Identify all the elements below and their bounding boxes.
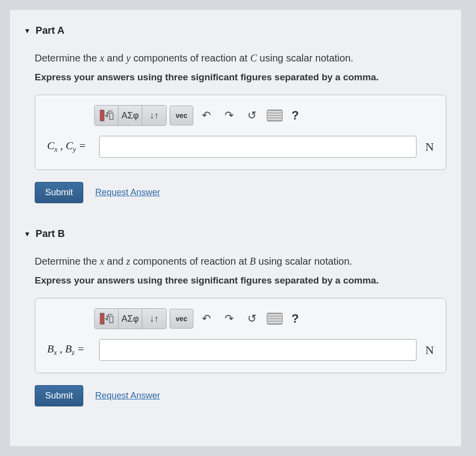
- toolbar: x ΑΣφ ↓↑ vec ↶ ↷ ↺ ?: [94, 105, 434, 126]
- help-button[interactable]: ?: [288, 109, 303, 122]
- part-a-title: Part A: [36, 25, 64, 36]
- vec-button[interactable]: vec: [170, 106, 193, 125]
- part-b-title: Part B: [36, 228, 65, 239]
- svg-rect-2: [110, 113, 113, 119]
- part-b-header[interactable]: ▼ Part B: [24, 228, 446, 239]
- reset-icon[interactable]: ↺: [242, 309, 262, 329]
- templates-button[interactable]: x: [95, 106, 119, 125]
- subscript-superscript-button[interactable]: ↓↑: [142, 309, 166, 329]
- svg-rect-3: [100, 313, 104, 324]
- part-b-submit-button[interactable]: Submit: [35, 385, 83, 406]
- redo-icon[interactable]: ↷: [219, 309, 239, 329]
- part-a-submit-button[interactable]: Submit: [35, 182, 83, 203]
- subscript-superscript-button[interactable]: ↓↑: [142, 106, 166, 125]
- templates-button[interactable]: x: [95, 309, 119, 329]
- caret-down-icon: ▼: [24, 27, 31, 35]
- part-a-answer-box: x ΑΣφ ↓↑ vec ↶ ↷ ↺ ? Cx , Cy = N: [35, 95, 446, 170]
- undo-icon[interactable]: ↶: [196, 309, 216, 329]
- help-button[interactable]: ?: [288, 312, 303, 326]
- part-a-request-answer-link[interactable]: Request Answer: [95, 187, 160, 198]
- keyboard-icon[interactable]: [265, 309, 285, 329]
- vec-button[interactable]: vec: [170, 309, 193, 329]
- reset-icon[interactable]: ↺: [242, 106, 262, 125]
- part-a-answer-input[interactable]: [99, 136, 416, 158]
- part-b-unit: N: [425, 343, 434, 357]
- part-b-answer-input[interactable]: [99, 339, 416, 361]
- redo-icon[interactable]: ↷: [219, 106, 239, 125]
- part-a-variable-label: Cx , Cy =: [47, 139, 94, 154]
- part-b-prompt: Determine the x and z components of reac…: [35, 254, 446, 268]
- greek-button[interactable]: ΑΣφ: [119, 309, 142, 329]
- part-a-unit: N: [425, 140, 434, 154]
- svg-rect-0: [100, 110, 104, 121]
- caret-down-icon: ▼: [24, 230, 31, 238]
- part-a-header[interactable]: ▼ Part A: [24, 25, 446, 36]
- part-a-prompt: Determine the x and y components of reac…: [35, 51, 446, 65]
- part-a-instructions: Express your answers using three signifi…: [35, 72, 446, 83]
- svg-rect-5: [110, 316, 113, 323]
- part-b-answer-box: x ΑΣφ ↓↑ vec ↶ ↷ ↺ ? Bx , Bz = N: [35, 298, 446, 373]
- toolbar: x ΑΣφ ↓↑ vec ↶ ↷ ↺ ?: [94, 308, 434, 329]
- part-b-variable-label: Bx , Bz =: [47, 342, 94, 357]
- greek-button[interactable]: ΑΣφ: [119, 106, 142, 125]
- part-b-instructions: Express your answers using three signifi…: [35, 275, 446, 286]
- undo-icon[interactable]: ↶: [196, 106, 216, 125]
- keyboard-icon[interactable]: [265, 106, 285, 125]
- part-b-request-answer-link[interactable]: Request Answer: [95, 391, 160, 401]
